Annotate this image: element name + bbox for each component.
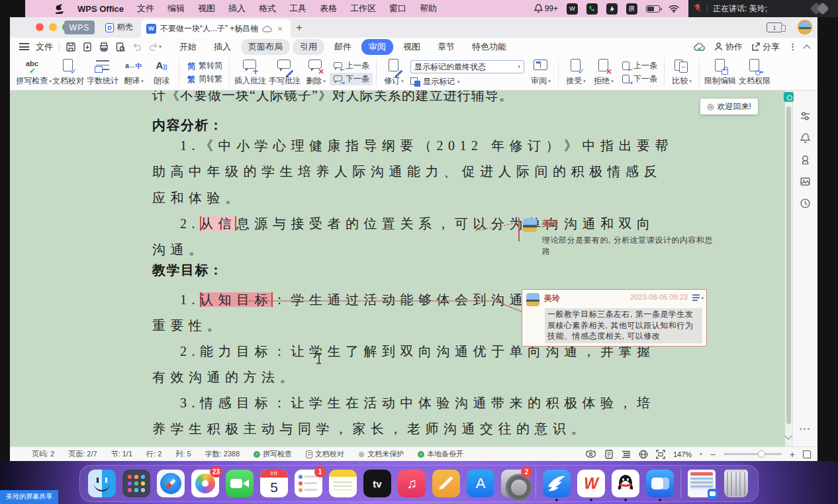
bell-icon[interactable]: 99+ — [534, 4, 558, 13]
print-preview-icon[interactable] — [115, 42, 126, 52]
proofread-button[interactable]: ✓ 文档校对 — [51, 57, 85, 87]
document-permissions-button[interactable]: 文档权限 — [737, 57, 772, 87]
wps-menubar-icon[interactable]: W — [567, 3, 578, 15]
comment-item-selected[interactable]: 美玲 2023-08-05 09:23 一般教学目标三条左右, 第一条是学生发展… — [522, 289, 707, 347]
sidebar-more-icon[interactable]: ••• — [793, 425, 817, 433]
dock-trash-icon[interactable] — [724, 470, 748, 497]
ribbon-tab-邮件[interactable]: 邮件 — [327, 39, 359, 55]
outline-view-icon[interactable] — [622, 450, 631, 459]
next-comment-button[interactable]: →下一条 — [330, 73, 373, 85]
document-line-2[interactable]: 1.《中小学心理健康指导纲要（2012 年修订）》中指出要帮 — [180, 137, 673, 155]
status-本地备份开[interactable]: ✓本地备份开 — [418, 449, 463, 459]
sidebar-assistant-icon[interactable] — [784, 92, 794, 102]
sidebar-slider-icon[interactable] — [799, 109, 812, 122]
dock-calendar-icon[interactable]: 8月5 — [260, 470, 288, 497]
ribbon-tab-开始[interactable]: 开始 — [172, 39, 204, 55]
word-count-button[interactable]: 字数统计 — [85, 57, 120, 87]
call-icon[interactable] — [586, 3, 598, 15]
wps-home-button[interactable]: WPS — [64, 21, 95, 34]
export-pdf-icon[interactable] — [82, 42, 93, 52]
comment-anchor-highlight[interactable]: 从信 — [200, 216, 236, 231]
close-window-button[interactable] — [36, 23, 44, 31]
delete-comment-button[interactable]: × 删除▾ — [302, 57, 330, 87]
tab-document-active[interactable]: W 不要做一块“人...子” +杨昌楠 × — [141, 19, 291, 38]
document-line-13[interactable]: 养学生积极主动与同学，家长，老师沟通交往的意识。 — [152, 420, 589, 438]
accept-change-button[interactable]: ✓ 接受▾ — [562, 57, 590, 87]
fullscreen-icon[interactable] — [803, 450, 811, 458]
more-options-icon[interactable]: ⋮ — [788, 42, 797, 52]
document-line-0[interactable]: 计《不要做一块“人际镜子”》对人际关系的建立进行辅导。 — [152, 91, 513, 105]
menubar-item-表格[interactable]: 表格 — [320, 3, 337, 15]
scrollbar-thumb[interactable] — [786, 106, 791, 424]
window-switcher-icon[interactable]: 1 — [767, 22, 782, 32]
handwritten-comment-button[interactable]: 手写批注 — [267, 57, 302, 87]
read-aloud-button[interactable]: A)) 朗读 — [148, 57, 175, 87]
review-pane-button[interactable]: 审阅▾ — [527, 57, 555, 87]
dock-appstore-icon[interactable]: A — [467, 470, 494, 497]
dock-launchpad-icon[interactable] — [122, 470, 150, 497]
menubar-item-视图[interactable]: 视图 — [198, 3, 215, 15]
undo-icon[interactable] — [132, 42, 142, 52]
dock-appletv-icon[interactable]: tv — [363, 470, 391, 497]
print-icon[interactable] — [99, 42, 109, 52]
ribbon-tab-插入[interactable]: 插入 — [207, 39, 238, 55]
ribbon-tab-特色功能[interactable]: 特色功能 — [465, 39, 514, 55]
sidebar-bell-icon[interactable] — [799, 131, 812, 144]
sidebar-gallery-icon[interactable] — [799, 175, 812, 188]
dock-pages-icon[interactable] — [432, 470, 460, 497]
menubar-item-窗口[interactable]: 窗口 — [389, 3, 406, 15]
dock-dingtalk-icon[interactable] — [543, 470, 571, 497]
comment-anchor-highlight[interactable]: 认知目标 — [200, 292, 273, 307]
simplified-to-traditional-button[interactable]: 繁简转繁 — [183, 73, 226, 85]
zoom-slider-knob[interactable] — [758, 450, 765, 458]
user-avatar[interactable] — [798, 20, 812, 34]
dock-finder-icon[interactable] — [88, 470, 116, 497]
dock-notes-icon[interactable] — [329, 470, 357, 497]
dock-qq-icon[interactable] — [612, 470, 639, 497]
translate-button[interactable]: a↔中 翻译▾ — [120, 57, 148, 87]
document-canvas[interactable]: 计《不要做一块“人际镜子”》对人际关系的建立进行辅导。内容分析：1.《中小学心理… — [10, 91, 785, 446]
assistant-icon[interactable] — [606, 3, 618, 15]
dock-music-icon[interactable] — [398, 470, 426, 497]
comment-item[interactable]: 美玲 理论部分是要有的, 分析这堂课设计的内容和思路 — [523, 218, 715, 257]
dock-wps-icon[interactable]: W — [577, 470, 605, 497]
show-markup-button[interactable]: 显示标记▾ — [410, 76, 524, 87]
dock-reminders-icon[interactable]: 1 — [295, 470, 322, 497]
menubar-item-工作区[interactable]: 工作区 — [350, 3, 376, 15]
collapse-ribbon-icon[interactable] — [803, 44, 810, 52]
zoom-slider[interactable] — [723, 453, 782, 455]
zoom-out-button[interactable]: − — [710, 449, 716, 460]
menubar-app-name[interactable]: WPS Office — [77, 4, 124, 14]
main-menu-icon[interactable] — [19, 43, 29, 50]
web-view-icon[interactable] — [639, 450, 648, 459]
menubar-item-插入[interactable]: 插入 — [228, 3, 246, 15]
dock-photos-icon[interactable]: 23 — [191, 470, 219, 497]
previous-comment-button[interactable]: ←上一条 — [330, 60, 373, 72]
cloud-saved-icon[interactable] — [694, 42, 706, 51]
new-tab-button[interactable]: + — [296, 21, 303, 34]
ribbon-tab-页面布局[interactable]: 页面布局 — [241, 39, 290, 55]
dock-preview-icon[interactable] — [688, 470, 716, 497]
traditional-to-simplified-button[interactable]: 简繁转简 — [183, 60, 226, 72]
close-tab-icon[interactable]: × — [277, 24, 283, 34]
minimize-window-button[interactable] — [49, 23, 57, 31]
welcome-back-toast[interactable]: ◎ 欢迎回来! — [700, 99, 758, 114]
fit-page-icon[interactable] — [656, 450, 665, 459]
ribbon-tab-审阅[interactable]: 审阅 — [361, 39, 393, 55]
previous-revision-button[interactable]: ←上一条 — [618, 60, 661, 72]
save-icon[interactable] — [66, 42, 76, 52]
document-line-12[interactable]: 3.情感目标：让学生在活动中体验沟通带来的积极体验，培 — [180, 394, 655, 412]
dock-settings-icon[interactable]: 2 — [501, 470, 529, 497]
spellcheck-button[interactable]: abc✓ 拼写检查▾ — [17, 57, 51, 87]
pinyin-input-icon[interactable]: 拼 — [626, 3, 637, 15]
menubar-item-帮助[interactable]: 帮助 — [420, 3, 437, 15]
markup-state-select[interactable]: 显示标记的最终状态▾ — [410, 60, 524, 73]
dock-safari-icon[interactable] — [157, 470, 185, 497]
eye-protect-icon[interactable] — [585, 450, 596, 458]
share-button[interactable]: 分享 — [751, 41, 780, 53]
compare-button[interactable]: 比较▾ — [668, 57, 696, 87]
sidebar-seal-icon[interactable] — [799, 153, 812, 166]
document-line-11[interactable]: 有效沟通的方法。 — [152, 368, 298, 386]
next-revision-button[interactable]: →下一条 — [618, 73, 661, 85]
ribbon-tab-引用[interactable]: 引用 — [293, 39, 324, 55]
